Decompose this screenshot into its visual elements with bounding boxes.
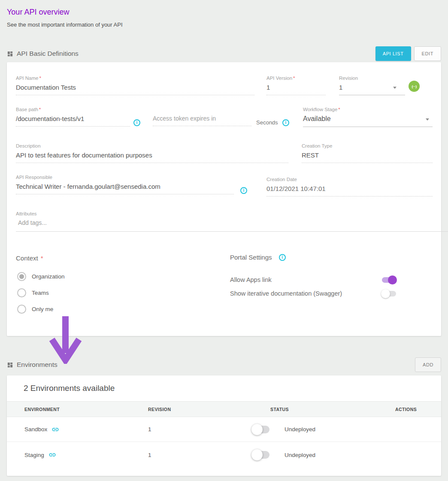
edit-button[interactable]: EDIT [414, 46, 441, 61]
show-swagger-label: Show iterative documentation (Swagger) [230, 290, 342, 297]
context-label: Context [16, 254, 38, 262]
section-title-label: API Basic Definitions [17, 50, 79, 57]
api-version-value[interactable]: 1 [266, 84, 326, 95]
radio-label: Only me [32, 306, 53, 312]
api-version-label: API Version [266, 76, 292, 81]
deploy-toggle[interactable] [252, 451, 269, 459]
page-subtitle: See the most important information of yo… [7, 21, 441, 28]
access-token-info-icon[interactable] [282, 119, 289, 126]
deploy-toggle[interactable] [252, 426, 269, 433]
show-swagger-toggle[interactable] [382, 291, 396, 296]
api-trace-icon[interactable] [409, 81, 420, 92]
api-responsible-info-icon[interactable] [240, 187, 247, 194]
environments-card: 2 Environments available ENVIRONMENT REV… [7, 375, 441, 476]
seconds-label-wrap: Seconds [256, 118, 278, 126]
access-token-placeholder[interactable]: Access token expires in [153, 115, 251, 126]
revision-select[interactable]: Revision 1 [339, 76, 405, 95]
radio-unselected-icon[interactable] [17, 288, 26, 297]
add-environment-button[interactable]: ADD [415, 357, 441, 372]
page-title: Your API overview [7, 8, 441, 17]
radio-label: Organization [32, 273, 65, 280]
creation-date-label: Creation Date [266, 177, 433, 182]
add-tags-input[interactable]: Add tags... [16, 219, 448, 232]
base-path-value[interactable]: /documentation-tests/v1 [16, 115, 130, 127]
chevron-down-icon[interactable] [393, 87, 397, 89]
attributes-label: Attributes [16, 211, 448, 216]
radio-label: Teams [32, 290, 49, 296]
portal-settings-info-icon[interactable] [279, 254, 286, 261]
workflow-stage-label: Workflow Stage [303, 107, 337, 112]
api-responsible-label: API Responsible [16, 175, 234, 180]
api-name-label: API Name [16, 76, 38, 81]
workflow-stage-value[interactable]: Available [303, 115, 433, 127]
description-value[interactable]: API to test features for documentation p… [16, 151, 288, 163]
required-marker: * [293, 76, 295, 81]
allow-apps-link-label: Allow Apps link [230, 276, 272, 283]
creation-date-field: Creation Date 01/12/2021 10:47:01 [266, 177, 433, 197]
page-header: Your API overview See the most important… [0, 0, 448, 28]
environment-name: Staging [24, 452, 44, 458]
portal-settings-label: Portal Settings [230, 254, 272, 261]
required-marker: * [39, 76, 41, 81]
description-field[interactable]: Description API to test features for doc… [16, 143, 288, 163]
environment-name: Sandbox [24, 426, 47, 433]
toggle-knob[interactable] [381, 289, 390, 298]
toggle-knob[interactable] [251, 449, 263, 460]
seconds-label: Seconds [256, 119, 278, 126]
basic-definitions-actions: API LIST EDIT [375, 46, 441, 61]
link-icon[interactable] [51, 426, 59, 433]
base-path-label: Base path [16, 107, 38, 112]
link-icon[interactable] [48, 451, 56, 459]
context-option-organization[interactable]: Organization [17, 272, 65, 281]
workflow-stage-select[interactable]: Workflow Stage* Available [303, 107, 433, 127]
radio-unselected-icon[interactable] [17, 305, 26, 314]
description-label: Description [16, 143, 288, 148]
toggle-knob[interactable] [251, 424, 263, 435]
toggle-knob[interactable] [388, 275, 397, 284]
context-option-teams[interactable]: Teams [17, 288, 49, 297]
chevron-down-icon[interactable] [426, 118, 429, 121]
creation-date-value: 01/12/2021 10:47:01 [266, 185, 433, 197]
table-row: Sandbox 1 Undeployed [7, 417, 441, 442]
api-name-field[interactable]: API Name* Documentation Tests [16, 76, 254, 95]
allow-apps-link-toggle[interactable] [382, 277, 396, 283]
attributes-field[interactable]: Attributes Add tags... [16, 211, 448, 232]
required-marker: * [41, 254, 43, 262]
environments-section-head: Environments ADD [7, 357, 441, 372]
api-version-field[interactable]: API Version* 1 [266, 76, 326, 95]
base-path-info-icon[interactable] [133, 119, 140, 126]
table-row: Staging 1 Undeployed [7, 442, 441, 467]
required-marker: * [39, 107, 41, 112]
col-status: STATUS [270, 407, 395, 412]
col-environment: ENVIRONMENT [24, 407, 148, 412]
api-responsible-value[interactable]: Technical Writer - fernanda.goulart@sens… [16, 183, 234, 194]
creation-type-label: Creation Type [302, 143, 433, 148]
basic-definitions-section-head: API Basic Definitions API LIST EDIT [7, 46, 441, 61]
base-path-field[interactable]: Base path* /documentation-tests/v1 [16, 107, 130, 127]
revision-value[interactable]: 1 [339, 84, 405, 95]
api-responsible-field[interactable]: API Responsible Technical Writer - ferna… [16, 175, 234, 194]
basic-definitions-section-title: API Basic Definitions [7, 50, 79, 57]
environments-section-title: Environments [7, 361, 58, 369]
required-marker: * [338, 107, 340, 112]
context-option-only-me[interactable]: Only me [17, 305, 53, 314]
revision-label: Revision [339, 76, 405, 81]
environments-card-title: 2 Environments available [24, 384, 115, 393]
section-title-label: Environments [17, 361, 58, 369]
creation-type-field: Creation Type REST [302, 143, 433, 163]
col-revision: REVISION [148, 407, 270, 412]
grid-icon [7, 51, 13, 57]
col-actions: ACTIONS [395, 407, 424, 412]
api-name-value[interactable]: Documentation Tests [16, 84, 254, 95]
api-list-button[interactable]: API LIST [375, 46, 411, 61]
access-token-field[interactable]: Access token expires in [153, 107, 251, 126]
radio-selected-icon[interactable] [17, 272, 26, 281]
grid-icon [7, 362, 13, 368]
basic-definitions-card: API Name* Documentation Tests API Versio… [7, 62, 441, 336]
status-label: Undeployed [285, 426, 315, 433]
status-label: Undeployed [285, 452, 315, 458]
environments-actions: ADD [415, 357, 441, 372]
environments-table-header: ENVIRONMENT REVISION STATUS ACTIONS [7, 401, 441, 417]
creation-type-value: REST [302, 151, 433, 163]
